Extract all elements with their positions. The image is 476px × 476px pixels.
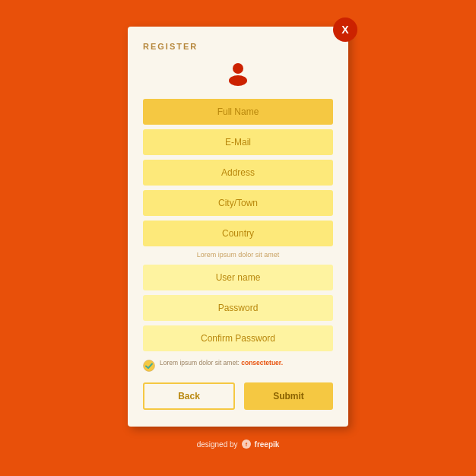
svg-point-0 (233, 63, 243, 74)
submit-button[interactable]: Submit (244, 382, 333, 410)
email-input[interactable] (143, 129, 333, 155)
city-town-input[interactable] (143, 190, 333, 216)
address-input[interactable] (143, 160, 333, 186)
terms-row: Lorem ipsum dolor sit amet: consectetuer… (143, 359, 333, 372)
designed-by-text: designed by (197, 440, 238, 449)
terms-link[interactable]: consectetuer. (241, 359, 283, 367)
freepik-icon: f (241, 439, 252, 449)
confirm-password-input[interactable] (143, 325, 333, 351)
card-title: REGISTER (143, 42, 333, 51)
checkbox-check-icon[interactable] (143, 360, 155, 372)
register-card: REGISTER Lorem ipsum dolor sit amet (128, 27, 348, 427)
close-button[interactable]: X (333, 17, 357, 42)
country-input[interactable] (143, 221, 333, 246)
footer: designed by f freepik (197, 439, 280, 449)
username-input[interactable] (143, 265, 333, 290)
lorem-text-1: Lorem ipsum dolor sit amet (143, 251, 333, 259)
full-name-input[interactable] (143, 99, 333, 125)
svg-point-2 (144, 360, 155, 372)
terms-label: Lorem ipsum dolor sit amet: consectetuer… (160, 359, 283, 368)
user-avatar-icon (224, 59, 252, 90)
form-buttons: Back Submit (143, 382, 333, 410)
avatar-wrapper (143, 59, 333, 90)
freepik-brand: freepik (255, 440, 280, 449)
password-input[interactable] (143, 295, 333, 321)
svg-point-1 (229, 75, 247, 86)
back-button[interactable]: Back (143, 382, 235, 410)
register-card-wrapper: X REGISTER Lorem ipsum dolor sit amet (128, 27, 348, 427)
